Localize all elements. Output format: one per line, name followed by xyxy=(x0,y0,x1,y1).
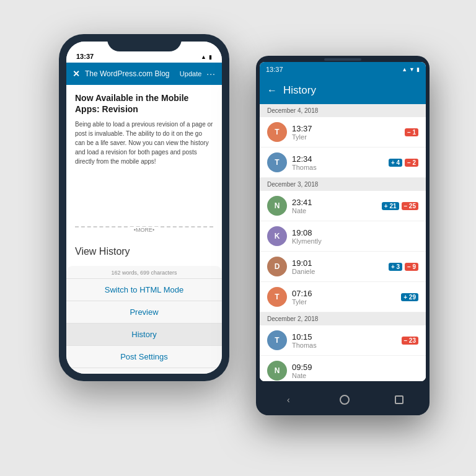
history-item-klymently-1908[interactable]: K 19:08 Klymently xyxy=(260,221,426,252)
back-nav-icon: ‹ xyxy=(287,395,290,405)
android-header: ← History xyxy=(260,77,426,104)
date-header-dec2: December 2, 2018 xyxy=(260,312,426,325)
history-author: Nate xyxy=(292,207,377,214)
history-author: Daniele xyxy=(292,268,384,275)
avatar: N xyxy=(267,196,287,216)
wifi-icon: ▼ xyxy=(409,66,415,73)
history-item-thomas-1234[interactable]: T 12:34 Thomas + 4 – 2 xyxy=(260,148,426,178)
avatar: T xyxy=(267,330,287,350)
history-time: 23:41 xyxy=(292,198,377,207)
history-author: Klymently xyxy=(292,237,413,245)
history-time: 12:34 xyxy=(292,154,384,164)
scene: 13:37 ▲ ▮ ✕ The WordPress.com Blog Updat… xyxy=(0,0,476,476)
history-author: Tyler xyxy=(292,298,396,306)
history-item-nate-2341[interactable]: N 23:41 Nate + 21 – 25 xyxy=(260,191,426,221)
bottom-menu: 162 words, 699 characters Switch to HTML… xyxy=(66,266,222,374)
history-button[interactable]: History xyxy=(66,323,222,345)
home-nav-button[interactable] xyxy=(340,395,350,405)
history-author: Tyler xyxy=(292,133,400,141)
history-time: 19:08 xyxy=(292,228,413,237)
history-badges: + 4 – 2 xyxy=(389,159,418,167)
history-time: 09:59 xyxy=(292,363,413,372)
history-item-tyler-1337[interactable]: T 13:37 Tyler – 1 xyxy=(260,117,426,148)
history-info: 12:34 Thomas xyxy=(292,154,384,171)
battery-icon: ▮ xyxy=(209,54,212,60)
history-time: 07:16 xyxy=(292,289,396,298)
android-speaker xyxy=(324,58,361,61)
add-badge: + 3 xyxy=(389,263,402,271)
wp-blog-title: The WordPress.com Blog xyxy=(85,69,175,78)
history-info: 09:59 Nate xyxy=(292,363,413,379)
remove-badge: – 1 xyxy=(405,128,418,136)
avatar: D xyxy=(267,257,287,276)
add-badge: + 29 xyxy=(401,293,418,301)
android-bottom-nav: ‹ xyxy=(260,384,426,415)
ios-time: 13:37 xyxy=(76,53,94,60)
battery-icon: ▮ xyxy=(416,66,420,73)
history-time: 10:15 xyxy=(292,332,397,342)
word-count: 162 words, 699 characters xyxy=(66,266,222,278)
android-phone: 13:37 ▲ ▼ ▮ ← History December 4, 2018 T xyxy=(256,56,430,415)
remove-badge: – 23 xyxy=(402,337,418,345)
history-author: Nate xyxy=(292,372,413,379)
history-badges: – 23 xyxy=(402,337,418,345)
history-screen-title: History xyxy=(283,84,316,97)
date-header-dec3: December 3, 2018 xyxy=(260,178,426,191)
blog-title: Now Available in the Mobile Apps: Revisi… xyxy=(75,92,213,115)
android-time: 13:37 xyxy=(266,66,283,73)
back-nav-button[interactable]: ‹ xyxy=(282,394,294,406)
ios-notch xyxy=(107,34,182,51)
remove-badge: – 9 xyxy=(405,263,418,271)
history-badges: + 3 – 9 xyxy=(389,263,418,271)
ios-phone: 13:37 ▲ ▮ ✕ The WordPress.com Blog Updat… xyxy=(59,34,229,381)
update-button[interactable]: Update xyxy=(180,70,201,77)
history-badges: + 29 xyxy=(401,293,418,301)
avatar: T xyxy=(267,287,287,307)
more-divider: •MORE• xyxy=(75,226,213,239)
blog-content: Now Available in the Mobile Apps: Revisi… xyxy=(66,85,222,221)
blog-body: Being able to load a previous revision o… xyxy=(75,120,213,166)
ios-status-icons: ▲ ▮ xyxy=(201,54,212,60)
avatar: N xyxy=(267,361,287,381)
wifi-icon: ▲ xyxy=(201,54,206,60)
more-label: •MORE• xyxy=(130,227,158,233)
history-info: 13:37 Tyler xyxy=(292,124,400,141)
history-item-daniele-1901[interactable]: D 19:01 Daniele + 3 – 9 xyxy=(260,252,426,282)
preview-button[interactable]: Preview xyxy=(66,301,222,323)
ios-screen: 13:37 ▲ ▮ ✕ The WordPress.com Blog Updat… xyxy=(66,42,222,374)
avatar: T xyxy=(267,152,287,172)
android-status-bar: 13:37 ▲ ▼ ▮ xyxy=(260,62,426,77)
post-settings-button[interactable]: Post Settings xyxy=(66,345,222,368)
history-item-thomas-1015[interactable]: T 10:15 Thomas – 23 xyxy=(260,325,426,356)
history-info: 23:41 Nate xyxy=(292,198,377,214)
history-info: 19:01 Daniele xyxy=(292,258,384,275)
history-time: 13:37 xyxy=(292,124,400,133)
remove-badge: – 2 xyxy=(405,159,418,167)
view-history-section: View History xyxy=(66,244,222,263)
avatar: T xyxy=(267,122,287,142)
date-header-dec4: December 4, 2018 xyxy=(260,104,426,117)
history-time: 19:01 xyxy=(292,258,384,268)
add-badge: + 4 xyxy=(389,159,402,167)
add-badge: + 21 xyxy=(382,202,399,210)
history-author: Thomas xyxy=(292,342,397,349)
history-item-nate-0959[interactable]: N 09:59 Nate xyxy=(260,356,426,381)
history-author: Thomas xyxy=(292,164,384,171)
history-badges: – 1 xyxy=(405,128,418,136)
android-status-icons: ▲ ▼ ▮ xyxy=(402,66,420,73)
history-info: 07:16 Tyler xyxy=(292,289,396,306)
remove-badge: – 25 xyxy=(402,202,418,210)
back-button[interactable]: ← xyxy=(267,85,277,96)
wordpress-bar: ✕ The WordPress.com Blog Update ··· xyxy=(66,63,222,85)
history-list: December 4, 2018 T 13:37 Tyler – 1 T 12:… xyxy=(260,104,426,381)
avatar: K xyxy=(267,226,287,246)
keep-editing-button[interactable]: Keep Editing xyxy=(66,368,222,374)
close-icon[interactable]: ✕ xyxy=(73,69,80,79)
history-item-tyler-0716[interactable]: T 07:16 Tyler + 29 xyxy=(260,282,426,312)
recent-nav-button[interactable] xyxy=(395,395,403,404)
android-screen: 13:37 ▲ ▼ ▮ ← History December 4, 2018 T xyxy=(260,62,426,381)
history-info: 10:15 Thomas xyxy=(292,332,397,349)
more-options-button[interactable]: ··· xyxy=(206,69,216,79)
switch-html-mode-button[interactable]: Switch to HTML Mode xyxy=(66,278,222,301)
view-history-title: View History xyxy=(75,246,213,257)
